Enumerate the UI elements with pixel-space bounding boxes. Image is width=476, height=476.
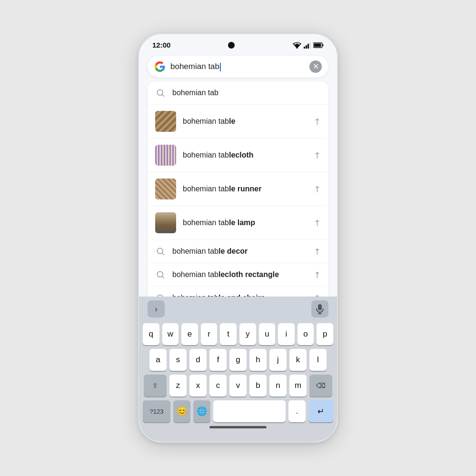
suggestion-item-1[interactable]: bohemian table ↗: [148, 105, 328, 139]
svg-line-16: [162, 277, 164, 278]
search-input[interactable]: bohemian tab: [170, 62, 305, 71]
google-logo: [154, 61, 166, 72]
search-icon-6: [155, 269, 166, 280]
suggestion-item-4[interactable]: bohemian table lamp ↗: [148, 206, 328, 240]
svg-rect-5: [306, 45, 307, 49]
home-indicator: [209, 426, 267, 428]
key-enter[interactable]: ↵: [308, 400, 333, 422]
key-z[interactable]: z: [169, 375, 187, 397]
clear-button[interactable]: ✕: [309, 60, 322, 73]
keyboard-chevron-button[interactable]: ›: [148, 300, 165, 317]
key-r[interactable]: r: [201, 323, 218, 345]
key-s[interactable]: s: [169, 349, 187, 371]
search-query-text: bohemian tab: [170, 62, 219, 71]
key-x[interactable]: x: [189, 375, 207, 397]
svg-rect-4: [304, 47, 305, 49]
battery-icon: [313, 42, 324, 48]
key-p[interactable]: p: [317, 323, 333, 345]
key-v[interactable]: v: [229, 375, 247, 397]
key-n[interactable]: n: [269, 375, 287, 397]
key-m[interactable]: m: [289, 375, 307, 397]
arrow-icon-5: ↗: [311, 245, 323, 258]
arrow-icon-1: ↗: [311, 115, 323, 128]
key-emoji[interactable]: 😊: [173, 400, 190, 422]
key-backspace[interactable]: ⌫: [309, 375, 332, 397]
key-shift[interactable]: ⇧: [144, 375, 167, 397]
svg-rect-10: [314, 43, 321, 47]
svg-rect-7: [309, 42, 311, 49]
arrow-icon-2: ↗: [311, 149, 323, 161]
status-time: 12:00: [152, 41, 170, 49]
status-icons: [292, 42, 324, 49]
keyboard-area: › q w e r t y u i o: [139, 297, 337, 442]
key-y[interactable]: y: [239, 323, 256, 345]
key-l[interactable]: l: [309, 349, 327, 371]
key-c[interactable]: c: [209, 375, 227, 397]
key-g[interactable]: g: [229, 349, 247, 371]
suggestion-item-3[interactable]: bohemian table runner ↗: [148, 172, 328, 206]
suggestion-text-3: bohemian table runner: [183, 185, 307, 193]
key-globe[interactable]: 🌐: [193, 400, 210, 422]
text-cursor: [220, 63, 221, 71]
suggestion-text-5: bohemian table decor: [172, 247, 307, 256]
wifi-icon: [292, 42, 302, 49]
key-u[interactable]: u: [259, 323, 276, 345]
key-a[interactable]: a: [149, 349, 167, 371]
suggestion-thumb-1: [155, 111, 176, 132]
keyboard-toolbar: ›: [139, 297, 337, 321]
key-w[interactable]: w: [162, 323, 179, 345]
suggestion-text-4: bohemian table lamp: [183, 218, 307, 227]
key-space[interactable]: [213, 400, 286, 422]
suggestion-item-0[interactable]: bohemian tab: [148, 81, 328, 105]
signal-icon: [304, 42, 311, 49]
key-period[interactable]: .: [288, 400, 306, 422]
key-d[interactable]: d: [189, 349, 207, 371]
suggestion-text-6: bohemian tablecloth rectangle: [172, 270, 307, 279]
suggestion-text-2: bohemian tablecloth: [183, 151, 307, 159]
search-icon-0: [155, 88, 166, 98]
key-h[interactable]: h: [249, 349, 267, 371]
suggestion-text-1: bohemian table: [183, 117, 307, 126]
status-bar: 12:00: [139, 34, 337, 53]
suggestion-thumb-4: [155, 212, 176, 233]
svg-rect-21: [318, 304, 322, 310]
svg-rect-6: [307, 44, 309, 49]
key-row-2: a s d f g h j k l: [143, 349, 333, 371]
search-bar-container: bohemian tab ✕: [139, 53, 337, 81]
arrow-icon-6: ↗: [311, 268, 323, 281]
suggestion-item-6[interactable]: bohemian tablecloth rectangle ↗: [148, 263, 328, 287]
search-bar[interactable]: bohemian tab ✕: [148, 56, 328, 78]
suggestion-item-2[interactable]: bohemian tablecloth ↗: [148, 139, 328, 172]
key-b[interactable]: b: [249, 375, 267, 397]
arrow-icon-4: ↗: [311, 217, 323, 229]
key-num[interactable]: ?123: [143, 400, 170, 422]
bottom-bar: [139, 426, 337, 428]
svg-rect-9: [323, 44, 324, 46]
key-k[interactable]: k: [289, 349, 307, 371]
suggestion-thumb-2: [155, 145, 176, 166]
keyboard-keys: q w e r t y u i o p a s d f g h j k: [139, 321, 337, 422]
svg-line-14: [162, 253, 164, 255]
key-row-4: ?123 😊 🌐 . ↵: [143, 400, 333, 422]
svg-line-12: [162, 95, 164, 97]
key-f[interactable]: f: [209, 349, 227, 371]
key-row-1: q w e r t y u i o p: [143, 323, 333, 345]
key-t[interactable]: t: [220, 323, 237, 345]
suggestions-list: bohemian tab bohemian table ↗ bohemian t…: [148, 81, 328, 333]
suggestion-thumb-3: [155, 178, 176, 199]
suggestion-text-0: bohemian tab: [172, 89, 321, 97]
arrow-icon-3: ↗: [311, 183, 323, 195]
key-e[interactable]: e: [181, 323, 198, 345]
search-icon-5: [155, 246, 166, 257]
key-row-3: ⇧ z x c v b n m ⌫: [143, 375, 333, 397]
key-j[interactable]: j: [269, 349, 287, 371]
keyboard-mic-button[interactable]: [311, 300, 328, 317]
camera-cutout: [228, 42, 235, 49]
key-q[interactable]: q: [143, 323, 159, 345]
phone-frame: 12:00: [138, 33, 338, 443]
key-o[interactable]: o: [298, 323, 314, 345]
key-i[interactable]: i: [278, 323, 295, 345]
suggestion-item-5[interactable]: bohemian table decor ↗: [148, 240, 328, 263]
